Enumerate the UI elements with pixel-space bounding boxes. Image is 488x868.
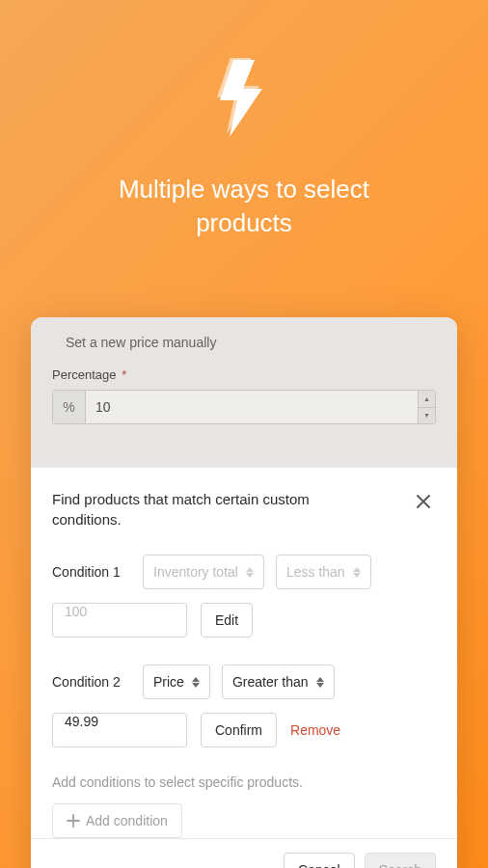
condition-1-edit-button[interactable]: Edit xyxy=(201,603,253,637)
search-button[interactable]: Search xyxy=(365,853,436,868)
set-price-text: Set a new price manually xyxy=(66,335,436,350)
dimmed-background-panel: Set a new price manually Percentage * % … xyxy=(31,317,457,491)
condition-1-field-select[interactable]: Inventory total xyxy=(143,555,264,589)
condition-1-operator-select[interactable]: Less than xyxy=(276,555,371,589)
condition-2-value-input[interactable]: 49.99 xyxy=(52,713,187,747)
stepper-up-icon: ▲ xyxy=(419,391,435,408)
percentage-label: Percentage * xyxy=(52,367,436,382)
plus-icon xyxy=(67,814,80,827)
cancel-button[interactable]: Cancel xyxy=(284,853,355,868)
modal-title: Find products that match certain custom … xyxy=(52,489,341,529)
select-caret-icon xyxy=(246,567,254,578)
select-caret-icon xyxy=(316,677,324,688)
add-condition-button[interactable]: Add condition xyxy=(52,803,182,838)
select-caret-icon xyxy=(192,677,200,688)
condition-1-value-input[interactable]: 100 xyxy=(52,603,187,637)
percent-stepper: ▲ ▼ xyxy=(418,391,435,423)
hero-title: Multiple ways to select products xyxy=(75,173,413,240)
condition-2-confirm-button[interactable]: Confirm xyxy=(201,713,277,747)
conditions-modal: Find products that match certain custom … xyxy=(31,467,457,868)
condition-2-operator-select[interactable]: Greater than xyxy=(222,665,335,699)
percentage-input: % 10 ▲ ▼ xyxy=(52,390,436,424)
condition-1-label: Condition 1 xyxy=(52,564,131,580)
percent-symbol: % xyxy=(53,391,86,423)
condition-2-field-select[interactable]: Price xyxy=(143,665,210,699)
close-icon xyxy=(415,493,432,510)
condition-2-label: Condition 2 xyxy=(52,674,131,690)
condition-2-remove-link[interactable]: Remove xyxy=(290,722,340,738)
app-card: Set a new price manually Percentage * % … xyxy=(31,317,457,868)
close-button[interactable] xyxy=(411,489,436,518)
required-mark: * xyxy=(122,367,126,382)
stepper-down-icon: ▼ xyxy=(419,408,435,424)
conditions-hint: Add conditions to select specific produc… xyxy=(52,774,436,790)
percent-value: 10 xyxy=(86,391,418,423)
lightning-bolt-icon xyxy=(0,58,488,139)
select-caret-icon xyxy=(353,567,361,578)
